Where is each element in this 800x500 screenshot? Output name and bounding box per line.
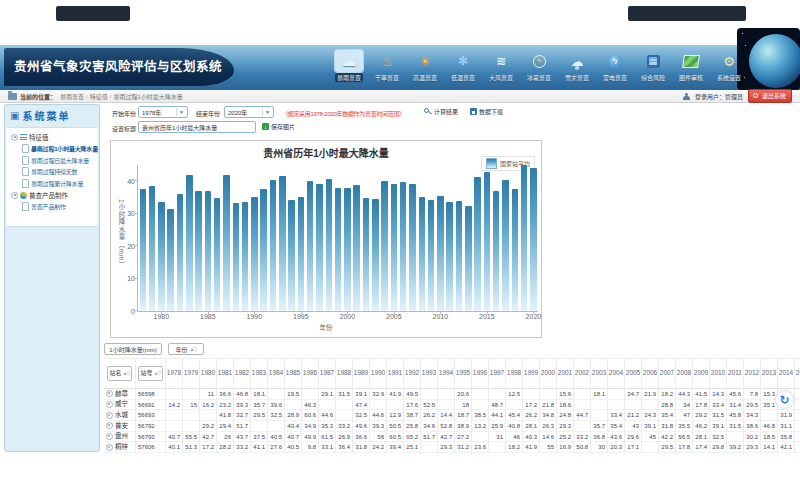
expand-icon[interactable] xyxy=(106,433,113,440)
value-cell: 9.8 xyxy=(302,442,319,453)
nav-item-cold[interactable]: ✻低温普查 xyxy=(444,50,482,90)
value-cell: 55 xyxy=(540,442,557,453)
value-cell xyxy=(795,432,800,443)
nav-item-hail[interactable]: ϟ冰雹普查 xyxy=(520,50,558,90)
data-download-button[interactable]: 数据下载 xyxy=(470,107,503,116)
value-cell: 44.3 xyxy=(676,389,693,400)
save-image-button[interactable]: ↓ 保存图片 xyxy=(262,122,295,131)
settings-icon: ⚙ xyxy=(715,50,743,72)
station-id-sort[interactable]: 站号▲▽ xyxy=(138,366,164,381)
nav-item-wind[interactable]: ≋大风普查 xyxy=(482,50,520,90)
nav-item-map[interactable]: 图件审核 xyxy=(672,50,710,90)
chart-title-input[interactable] xyxy=(138,121,256,133)
x-tick-mark xyxy=(208,311,209,314)
value-cell: 29.3 xyxy=(744,442,761,453)
wind-icon: ≋ xyxy=(487,50,515,72)
value-cell: 36.6 xyxy=(217,389,234,400)
nav-item-lightning[interactable]: ϟ雷电普查 xyxy=(596,50,634,90)
value-cell: 17.2 xyxy=(523,400,540,411)
value-cell: 25.8 xyxy=(404,421,421,432)
value-cell: 32.5 xyxy=(710,432,727,443)
value-cell: 20.3 xyxy=(608,442,625,453)
station-name-sort[interactable]: 站名▲▽ xyxy=(107,366,133,381)
location-label: 当前的位置： xyxy=(20,92,56,101)
value-cell: 42.7 xyxy=(438,432,455,443)
expand-icon[interactable] xyxy=(106,412,113,419)
year-header: 1990 xyxy=(370,359,387,389)
value-cell: 26 xyxy=(217,432,234,443)
value-cell: 33.2 xyxy=(336,421,353,432)
bar-1993 xyxy=(279,176,286,311)
value-cell: 28.2 xyxy=(217,442,234,453)
tree-item[interactable]: 暴雨过程持续天数 xyxy=(6,166,98,178)
chart-panel: 贵州省历年1小时最大降水量 国家站平均 1小时降水量（mm） 010203040… xyxy=(110,140,542,338)
x-tick-mark xyxy=(440,311,441,314)
value-cell: 21.8 xyxy=(540,400,557,411)
value-cell: 18.5 xyxy=(761,432,778,443)
value-cell xyxy=(574,400,591,411)
value-cell: 24.3 xyxy=(642,410,659,421)
drought-icon: ♨ xyxy=(373,50,401,72)
expand-icon[interactable] xyxy=(106,444,113,451)
tree-item[interactable]: 普查产品制作 xyxy=(6,201,98,213)
breadcrumb-link[interactable]: 暴雨过程1小时最大降水量 xyxy=(113,94,182,100)
expand-icon[interactable] xyxy=(106,422,113,429)
tree-item[interactable]: 暴雨过程累计降水量 xyxy=(6,178,98,190)
expand-icon[interactable] xyxy=(106,390,113,397)
nav-item-risk[interactable]: ▦综合风险 xyxy=(634,50,672,90)
station-name-cell: 水城 xyxy=(104,410,136,421)
lightning-icon: ϟ xyxy=(601,50,629,72)
value-cell xyxy=(795,400,800,411)
nav-item-drought[interactable]: ♨干旱普查 xyxy=(368,50,406,90)
y-tick-label: 0 xyxy=(123,308,135,315)
nav-item-label: 暴雨普查 xyxy=(335,73,363,82)
value-cell: 25.1 xyxy=(404,442,421,453)
refresh-icon[interactable]: ↻ xyxy=(776,391,793,408)
x-tick-label: 2020 xyxy=(523,313,543,320)
bar-2018 xyxy=(512,189,519,311)
toggle-icon[interactable] xyxy=(11,134,18,141)
value-cell: 44.6 xyxy=(319,410,336,421)
tree-group[interactable]: 普查产品制作 xyxy=(6,189,98,201)
value-cell: 24.8 xyxy=(557,410,574,421)
map-icon xyxy=(677,50,705,72)
breadcrumb-link[interactable]: 暴雨普查 xyxy=(60,94,84,100)
nav-item-heat[interactable]: ☀高温普查 xyxy=(406,50,444,90)
station-name-header: 站名▲▽ xyxy=(104,359,136,389)
nav-item-rain[interactable]: ☁暴雨普查 xyxy=(330,50,368,90)
bar-1985 xyxy=(205,191,212,311)
sidebar-tree: 特征值暴雨过程1小时最大降水量暴雨过程日最大降水量暴雨过程持续天数暴雨过程累计降… xyxy=(6,127,98,227)
measure-filter[interactable]: 1小时降水量(mm) xyxy=(104,343,162,355)
x-tick-label: 1995 xyxy=(291,313,311,320)
value-cell xyxy=(472,389,489,400)
value-cell: 29.5 xyxy=(744,400,761,411)
start-year-select[interactable]: 1978年▼ xyxy=(138,106,188,118)
tree-item[interactable]: 暴雨过程1小时最大降水量 xyxy=(6,143,98,155)
station-id-cell: 56793 xyxy=(136,432,166,443)
value-cell: 41.9 xyxy=(387,389,404,400)
nav-item-snow[interactable]: ☁雪灾普查 xyxy=(558,50,596,90)
y-tick-label: 10 xyxy=(123,275,135,282)
station-name-cell: 普安 xyxy=(104,421,136,432)
value-cell: 30.2 xyxy=(744,432,761,443)
value-cell: 31.5 xyxy=(336,389,353,400)
year-header: 2010 xyxy=(710,359,727,389)
nav-item-settings[interactable]: ⚙系统设置 xyxy=(710,50,748,90)
tree-item[interactable]: 暴雨过程日最大降水量 xyxy=(6,155,98,167)
expand-icon[interactable] xyxy=(106,401,113,408)
year-header: 2008 xyxy=(676,359,693,389)
user-icon xyxy=(683,93,690,100)
calc-result-button[interactable]: 计算结果 xyxy=(424,107,458,116)
y-tick-mark xyxy=(135,180,138,181)
breadcrumb-link[interactable]: 特征值 xyxy=(90,94,108,100)
end-year-select[interactable]: 2020年▼ xyxy=(224,106,274,118)
value-cell: 31.8 xyxy=(659,421,676,432)
tree-group[interactable]: 特征值 xyxy=(6,131,98,143)
logout-button[interactable]: 退出系统 xyxy=(748,89,792,103)
start-year-label: 开始年份 xyxy=(112,109,136,118)
value-cell: 31.5 xyxy=(727,421,744,432)
year-filter[interactable]: 年份▲▽ xyxy=(168,343,204,355)
toggle-icon[interactable] xyxy=(11,192,18,199)
value-cell: 60.5 xyxy=(387,432,404,443)
year-header: 2013 xyxy=(761,359,778,389)
